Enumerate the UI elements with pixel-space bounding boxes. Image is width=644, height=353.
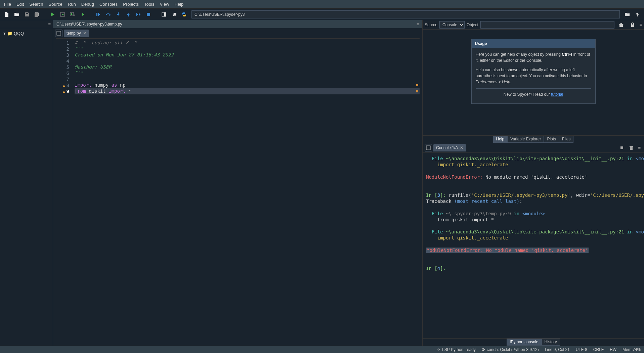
help-object-label: Object bbox=[467, 23, 478, 27]
menu-debug[interactable]: Debug bbox=[79, 0, 97, 8]
menu-view[interactable]: View bbox=[157, 0, 172, 8]
sidebar-options-icon[interactable]: ≡ bbox=[48, 21, 51, 27]
status-lsp[interactable]: ✧LSP Python: ready bbox=[437, 347, 476, 352]
editor-options-icon[interactable]: ≡ bbox=[417, 22, 419, 27]
python-path-button[interactable] bbox=[179, 10, 189, 19]
stop-debug-button[interactable] bbox=[144, 10, 153, 19]
menu-tools[interactable]: Tools bbox=[141, 0, 157, 8]
pane-tab-help[interactable]: Help bbox=[493, 136, 508, 143]
save-button[interactable] bbox=[22, 10, 32, 19]
console-tab-label: Console 1/A bbox=[436, 145, 458, 150]
status-eol: CRLF bbox=[593, 347, 604, 352]
parent-dir-button[interactable] bbox=[633, 10, 642, 19]
status-conda[interactable]: ⟳conda: Qiskit (Python 3.9.12) bbox=[482, 347, 539, 352]
help-object-input[interactable] bbox=[480, 21, 615, 29]
folder-icon: 📁 bbox=[7, 31, 12, 36]
editor-pane: C:\Users\USER\.spyder-py3\temp.py ≡ temp… bbox=[53, 20, 422, 346]
console-pane: Console 1/A ✕ ≡ File ~\anaconda3\envs\Qi… bbox=[423, 143, 644, 346]
console-pane-tab-history[interactable]: History bbox=[542, 339, 560, 346]
warning-icon: ▲ bbox=[63, 83, 65, 88]
tutorial-link[interactable]: tutorial bbox=[551, 92, 563, 97]
menu-file[interactable]: File bbox=[1, 0, 14, 8]
interrupt-kernel-icon[interactable] bbox=[619, 145, 625, 150]
project-folder[interactable]: ▾ 📁 QQQ bbox=[2, 30, 51, 37]
warning-marker bbox=[416, 90, 418, 92]
menu-consoles[interactable]: Consoles bbox=[97, 0, 120, 8]
close-console-tab-icon[interactable]: ✕ bbox=[460, 145, 463, 150]
step-into-button[interactable] bbox=[114, 10, 123, 19]
svg-rect-5 bbox=[147, 13, 150, 16]
console-tab[interactable]: Console 1/A ✕ bbox=[433, 144, 466, 151]
help-source-label: Source bbox=[425, 23, 437, 27]
status-encoding: UTF-8 bbox=[576, 347, 587, 352]
menu-edit[interactable]: Edit bbox=[14, 0, 27, 8]
working-directory-input[interactable] bbox=[191, 10, 620, 18]
menu-search[interactable]: Search bbox=[27, 0, 46, 8]
help-source-select[interactable]: Console bbox=[439, 21, 465, 29]
step-over-button[interactable] bbox=[103, 10, 113, 19]
main-toolbar: I bbox=[0, 9, 644, 20]
debug-button[interactable] bbox=[93, 10, 103, 19]
preferences-button[interactable] bbox=[169, 10, 179, 19]
svg-rect-4 bbox=[96, 13, 97, 16]
run-cell-advance-button[interactable] bbox=[68, 10, 77, 19]
menu-help[interactable]: Help bbox=[172, 0, 186, 8]
browse-console-tabs-button[interactable] bbox=[425, 144, 432, 151]
svg-rect-9 bbox=[631, 25, 634, 27]
browse-tabs-button[interactable] bbox=[55, 30, 62, 37]
editor-tab[interactable]: temp.py ✕ bbox=[64, 30, 89, 37]
editor-file-path: C:\Users\USER\.spyder-py3\temp.py bbox=[56, 22, 122, 27]
console-pane-tab-ipython-console[interactable]: IPython console bbox=[507, 339, 541, 346]
status-rw: RW bbox=[610, 347, 616, 352]
menu-projects[interactable]: Projects bbox=[120, 0, 141, 8]
reload-icon: ⟳ bbox=[482, 347, 485, 352]
warning-marker bbox=[416, 84, 418, 86]
usage-card: Usage Here you can get help of any objec… bbox=[471, 39, 596, 104]
run-cell-button[interactable] bbox=[58, 10, 67, 19]
browse-workdir-button[interactable] bbox=[622, 10, 632, 19]
maximize-pane-button[interactable] bbox=[159, 10, 169, 19]
pane-tab-plots[interactable]: Plots bbox=[544, 136, 559, 143]
status-cursor-pos: Line 9, Col 21 bbox=[545, 347, 570, 352]
editor-tab-label: temp.py bbox=[67, 31, 81, 36]
lock-icon[interactable] bbox=[628, 20, 637, 30]
pane-tab-variable-explorer[interactable]: Variable Explorer bbox=[507, 136, 544, 143]
menu-source[interactable]: Source bbox=[46, 0, 65, 8]
open-file-button[interactable] bbox=[12, 10, 22, 19]
step-out-button[interactable] bbox=[124, 10, 133, 19]
svg-text:I: I bbox=[81, 12, 82, 16]
project-explorer: ≡ ▾ 📁 QQQ bbox=[0, 20, 53, 346]
svg-rect-10 bbox=[426, 146, 430, 150]
console-options-icon[interactable]: ≡ bbox=[638, 145, 641, 150]
kite-icon: ✧ bbox=[437, 347, 440, 352]
svg-rect-11 bbox=[620, 146, 623, 149]
run-button[interactable] bbox=[48, 10, 57, 19]
status-bar: ✧LSP Python: ready ⟳conda: Qiskit (Pytho… bbox=[0, 346, 644, 353]
svg-rect-8 bbox=[57, 31, 61, 35]
help-options-icon[interactable]: ≡ bbox=[639, 22, 642, 27]
menu-run[interactable]: Run bbox=[65, 0, 79, 8]
collapse-icon: ▾ bbox=[3, 31, 6, 36]
svg-rect-0 bbox=[26, 13, 28, 14]
new-file-button[interactable] bbox=[2, 10, 11, 19]
remove-console-icon[interactable] bbox=[629, 145, 634, 150]
status-mem: Mem 74% bbox=[622, 347, 641, 352]
menu-bar: FileEditSearchSourceRunDebugConsolesProj… bbox=[0, 0, 644, 9]
usage-title: Usage bbox=[472, 39, 595, 48]
help-pane: Source Console Object ≡ Usage Here you c… bbox=[423, 20, 644, 143]
console-output[interactable]: File ~\anaconda3\envs\Qiskit\lib\site-pa… bbox=[423, 153, 644, 338]
code-editor[interactable]: 1234567▲8▲9 # -*- coding: utf-8 -*-"""Cr… bbox=[56, 38, 420, 343]
save-all-button[interactable] bbox=[32, 10, 42, 19]
project-folder-label: QQQ bbox=[14, 31, 24, 36]
pane-tab-files[interactable]: Files bbox=[559, 136, 573, 143]
close-tab-icon[interactable]: ✕ bbox=[83, 31, 86, 36]
run-selection-button[interactable]: I bbox=[78, 10, 87, 19]
home-icon[interactable] bbox=[616, 20, 626, 30]
continue-button[interactable] bbox=[134, 10, 143, 19]
svg-rect-7 bbox=[164, 12, 166, 16]
warning-icon: ▲ bbox=[63, 89, 65, 94]
